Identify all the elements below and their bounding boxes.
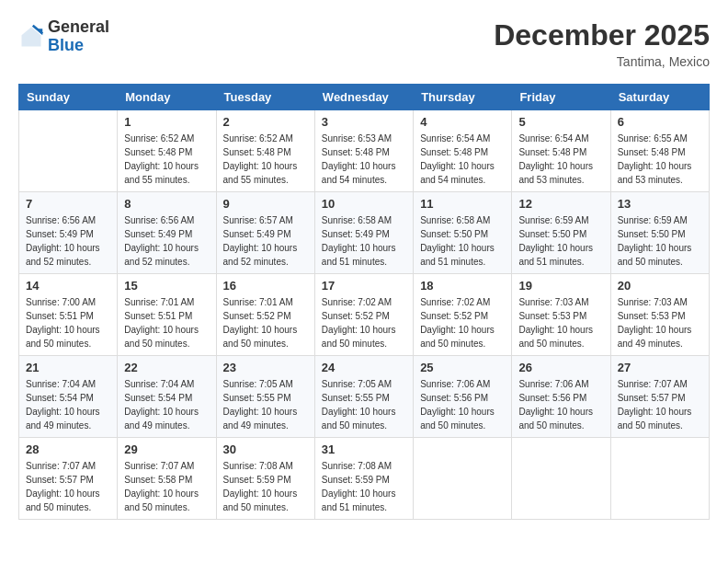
day-number: 18 xyxy=(420,279,505,293)
calendar-cell: 6Sunrise: 6:55 AM Sunset: 5:48 PM Daylig… xyxy=(610,110,709,192)
day-number: 11 xyxy=(420,197,505,211)
day-info: Sunrise: 7:04 AM Sunset: 5:54 PM Dayligh… xyxy=(26,377,110,432)
day-number: 5 xyxy=(518,115,603,129)
day-number: 23 xyxy=(223,361,308,374)
calendar-week-row: 28Sunrise: 7:07 AM Sunset: 5:57 PM Dayli… xyxy=(19,438,710,520)
day-number: 25 xyxy=(420,361,505,374)
day-number: 31 xyxy=(322,442,406,456)
day-number: 16 xyxy=(223,279,308,293)
day-info: Sunrise: 7:06 AM Sunset: 5:56 PM Dayligh… xyxy=(518,377,603,432)
day-info: Sunrise: 6:54 AM Sunset: 5:48 PM Dayligh… xyxy=(420,132,505,187)
weekday-header-tuesday: Tuesday xyxy=(216,85,314,110)
calendar-cell: 18Sunrise: 7:02 AM Sunset: 5:52 PM Dayli… xyxy=(414,274,512,356)
day-number: 4 xyxy=(420,115,505,129)
calendar-cell: 29Sunrise: 7:07 AM Sunset: 5:58 PM Dayli… xyxy=(118,438,216,520)
calendar-cell: 7Sunrise: 6:56 AM Sunset: 5:49 PM Daylig… xyxy=(19,192,118,274)
calendar-week-row: 7Sunrise: 6:56 AM Sunset: 5:49 PM Daylig… xyxy=(19,192,710,274)
day-number: 22 xyxy=(124,361,209,374)
calendar-week-row: 1Sunrise: 6:52 AM Sunset: 5:48 PM Daylig… xyxy=(19,110,710,192)
day-info: Sunrise: 7:04 AM Sunset: 5:54 PM Dayligh… xyxy=(124,377,209,432)
calendar-cell: 10Sunrise: 6:58 AM Sunset: 5:49 PM Dayli… xyxy=(314,192,413,274)
month-title: December 2025 xyxy=(494,18,710,52)
day-info: Sunrise: 6:56 AM Sunset: 5:49 PM Dayligh… xyxy=(26,213,110,269)
calendar-cell xyxy=(19,110,118,192)
day-info: Sunrise: 6:52 AM Sunset: 5:48 PM Dayligh… xyxy=(124,132,209,187)
calendar-cell: 15Sunrise: 7:01 AM Sunset: 5:51 PM Dayli… xyxy=(118,274,216,356)
day-number: 17 xyxy=(322,279,406,293)
day-info: Sunrise: 6:58 AM Sunset: 5:50 PM Dayligh… xyxy=(420,213,505,269)
day-info: Sunrise: 7:02 AM Sunset: 5:52 PM Dayligh… xyxy=(420,295,505,350)
calendar-table: SundayMondayTuesdayWednesdayThursdayFrid… xyxy=(18,84,710,520)
day-info: Sunrise: 7:01 AM Sunset: 5:51 PM Dayligh… xyxy=(124,295,209,350)
calendar-cell: 27Sunrise: 7:07 AM Sunset: 5:57 PM Dayli… xyxy=(610,356,709,438)
calendar-cell: 16Sunrise: 7:01 AM Sunset: 5:52 PM Dayli… xyxy=(216,274,314,356)
calendar-cell: 5Sunrise: 6:54 AM Sunset: 5:48 PM Daylig… xyxy=(512,110,610,192)
calendar-cell: 1Sunrise: 6:52 AM Sunset: 5:48 PM Daylig… xyxy=(118,110,216,192)
page-header: General Blue December 2025 Tantima, Mexi… xyxy=(18,18,710,69)
day-number: 15 xyxy=(124,279,209,293)
day-number: 26 xyxy=(518,361,603,374)
day-number: 28 xyxy=(26,442,110,456)
day-info: Sunrise: 7:01 AM Sunset: 5:52 PM Dayligh… xyxy=(223,295,308,350)
calendar-week-row: 14Sunrise: 7:00 AM Sunset: 5:51 PM Dayli… xyxy=(19,274,710,356)
day-info: Sunrise: 7:07 AM Sunset: 5:58 PM Dayligh… xyxy=(124,459,209,514)
weekday-header-wednesday: Wednesday xyxy=(314,85,413,110)
day-info: Sunrise: 7:03 AM Sunset: 5:53 PM Dayligh… xyxy=(618,295,702,350)
day-number: 27 xyxy=(618,361,702,374)
calendar-cell: 22Sunrise: 7:04 AM Sunset: 5:54 PM Dayli… xyxy=(118,356,216,438)
calendar-cell: 21Sunrise: 7:04 AM Sunset: 5:54 PM Dayli… xyxy=(19,356,118,438)
day-info: Sunrise: 6:59 AM Sunset: 5:50 PM Dayligh… xyxy=(518,213,603,269)
day-info: Sunrise: 7:05 AM Sunset: 5:55 PM Dayligh… xyxy=(322,377,406,432)
day-info: Sunrise: 7:05 AM Sunset: 5:55 PM Dayligh… xyxy=(223,377,308,432)
calendar-cell xyxy=(414,438,512,520)
calendar-cell: 11Sunrise: 6:58 AM Sunset: 5:50 PM Dayli… xyxy=(414,192,512,274)
day-info: Sunrise: 6:58 AM Sunset: 5:49 PM Dayligh… xyxy=(322,213,406,269)
calendar-cell: 28Sunrise: 7:07 AM Sunset: 5:57 PM Dayli… xyxy=(19,438,118,520)
day-number: 1 xyxy=(124,115,209,129)
day-number: 21 xyxy=(26,361,110,374)
day-number: 2 xyxy=(223,115,308,129)
logo-blue-text: Blue xyxy=(48,36,84,54)
calendar-cell: 8Sunrise: 6:56 AM Sunset: 5:49 PM Daylig… xyxy=(118,192,216,274)
day-info: Sunrise: 6:56 AM Sunset: 5:49 PM Dayligh… xyxy=(124,213,209,269)
calendar-cell: 2Sunrise: 6:52 AM Sunset: 5:48 PM Daylig… xyxy=(216,110,314,192)
location-text: Tantima, Mexico xyxy=(494,54,710,69)
calendar-cell: 31Sunrise: 7:08 AM Sunset: 5:59 PM Dayli… xyxy=(314,438,413,520)
calendar-cell: 4Sunrise: 6:54 AM Sunset: 5:48 PM Daylig… xyxy=(414,110,512,192)
day-number: 30 xyxy=(223,442,308,456)
day-number: 20 xyxy=(618,279,702,293)
calendar-cell: 24Sunrise: 7:05 AM Sunset: 5:55 PM Dayli… xyxy=(314,356,413,438)
weekday-header-sunday: Sunday xyxy=(19,85,118,110)
day-number: 14 xyxy=(26,279,110,293)
weekday-header-saturday: Saturday xyxy=(610,85,709,110)
calendar-cell: 30Sunrise: 7:08 AM Sunset: 5:59 PM Dayli… xyxy=(216,438,314,520)
day-number: 9 xyxy=(223,197,308,211)
day-number: 19 xyxy=(518,279,603,293)
logo-general-text: General xyxy=(48,17,109,36)
title-block: December 2025 Tantima, Mexico xyxy=(494,18,710,69)
day-info: Sunrise: 7:00 AM Sunset: 5:51 PM Dayligh… xyxy=(26,295,110,350)
calendar-cell: 14Sunrise: 7:00 AM Sunset: 5:51 PM Dayli… xyxy=(19,274,118,356)
day-number: 6 xyxy=(618,115,702,129)
calendar-cell: 3Sunrise: 6:53 AM Sunset: 5:48 PM Daylig… xyxy=(314,110,413,192)
day-info: Sunrise: 7:07 AM Sunset: 5:57 PM Dayligh… xyxy=(26,459,110,514)
logo: General Blue xyxy=(18,18,109,55)
day-number: 8 xyxy=(124,197,209,211)
weekday-header-row: SundayMondayTuesdayWednesdayThursdayFrid… xyxy=(19,85,710,110)
day-info: Sunrise: 7:08 AM Sunset: 5:59 PM Dayligh… xyxy=(223,459,308,514)
day-info: Sunrise: 6:52 AM Sunset: 5:48 PM Dayligh… xyxy=(223,132,308,187)
day-number: 24 xyxy=(322,361,406,374)
day-number: 12 xyxy=(518,197,603,211)
day-info: Sunrise: 6:54 AM Sunset: 5:48 PM Dayligh… xyxy=(518,132,603,187)
calendar-cell: 9Sunrise: 6:57 AM Sunset: 5:49 PM Daylig… xyxy=(216,192,314,274)
calendar-cell: 23Sunrise: 7:05 AM Sunset: 5:55 PM Dayli… xyxy=(216,356,314,438)
weekday-header-monday: Monday xyxy=(118,85,216,110)
day-number: 29 xyxy=(124,442,209,456)
day-number: 7 xyxy=(26,197,110,211)
logo-icon xyxy=(18,24,44,50)
day-info: Sunrise: 7:06 AM Sunset: 5:56 PM Dayligh… xyxy=(420,377,505,432)
day-info: Sunrise: 6:55 AM Sunset: 5:48 PM Dayligh… xyxy=(618,132,702,187)
day-info: Sunrise: 6:57 AM Sunset: 5:49 PM Dayligh… xyxy=(223,213,308,269)
day-info: Sunrise: 7:03 AM Sunset: 5:53 PM Dayligh… xyxy=(518,295,603,350)
calendar-cell: 25Sunrise: 7:06 AM Sunset: 5:56 PM Dayli… xyxy=(414,356,512,438)
